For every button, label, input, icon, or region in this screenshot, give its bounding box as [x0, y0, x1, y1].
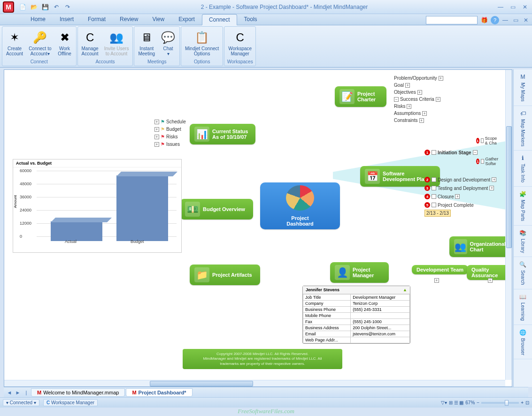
search-input[interactable]: [426, 16, 478, 24]
ribbon-workspace-manager[interactable]: CWorkspace Manager: [225, 28, 254, 59]
sidetab-search[interactable]: 🔍Search: [514, 257, 532, 289]
node-center[interactable]: Project Dashboard: [260, 182, 340, 229]
plan-item[interactable]: 2 Design and Development +: [424, 177, 496, 182]
minimize-button[interactable]: —: [496, 4, 505, 10]
ytick: 24000: [20, 208, 31, 212]
inner-close-button[interactable]: ✕: [522, 17, 530, 23]
view-mode-icons[interactable]: ⊞ ☰ ▦: [449, 400, 464, 405]
charter-item[interactable]: Constraints +: [394, 118, 424, 123]
node-devteam[interactable]: Development Team: [412, 265, 468, 274]
artifacts-label: Project Artifacts: [212, 272, 252, 278]
tab-nav-prev[interactable]: ◄: [6, 390, 13, 395]
expand-qa[interactable]: +: [488, 278, 493, 283]
ytick: 60000: [20, 168, 31, 173]
scrollbar-vertical[interactable]: [505, 70, 512, 380]
zoom-out-icon[interactable]: −: [477, 400, 479, 405]
charter-item[interactable]: Problem/Opportunity +: [394, 76, 443, 81]
charter-item[interactable]: Objectives +: [394, 90, 422, 95]
charter-item[interactable]: Risks +: [394, 104, 411, 109]
zoom-value: 67%: [465, 400, 475, 405]
status-item[interactable]: + ⚑ Budget: [154, 127, 181, 132]
app-icon[interactable]: M: [3, 1, 14, 13]
tab-view[interactable]: View: [145, 14, 171, 25]
gift-icon[interactable]: 🎁: [479, 15, 489, 25]
sidetab-learning[interactable]: 📖Learning: [514, 289, 532, 325]
inner-restore-button[interactable]: ▭: [511, 17, 520, 23]
expand-devteam[interactable]: +: [434, 278, 439, 283]
close-button[interactable]: ✕: [521, 4, 529, 10]
sidetab-my-maps[interactable]: MMy Maps: [514, 69, 532, 106]
zoom-in-icon[interactable]: +: [521, 400, 524, 405]
help-icon[interactable]: ?: [491, 16, 499, 24]
status-item[interactable]: + ⚑ Schedule: [154, 119, 186, 124]
plan-item[interactable]: 3 Testing and Deployment +: [424, 185, 494, 191]
tab-nav-next[interactable]: ►: [14, 390, 22, 395]
charter-item[interactable]: Goal +: [394, 83, 410, 88]
plan-item[interactable]: 5 Project Complete: [424, 202, 474, 208]
money-icon: 💵: [185, 202, 200, 217]
open-icon[interactable]: 📂: [29, 2, 39, 12]
doctab-dashboard[interactable]: M Project Dashboard*: [126, 388, 192, 397]
save-icon[interactable]: 💾: [40, 2, 50, 12]
tab-format[interactable]: Format: [81, 14, 113, 25]
ribbon-work-offline[interactable]: ✖Work Offline: [54, 28, 75, 59]
mind-map-canvas[interactable]: Project Dashboard 📝 Project Charter Prob…: [4, 70, 512, 386]
node-devplan[interactable]: 📅 Software Development Plan: [360, 166, 440, 187]
tab-tools[interactable]: Tools: [237, 14, 264, 25]
sidetab-task-info[interactable]: ℹTask Info: [514, 151, 532, 187]
node-pm[interactable]: 👤 Project Manager: [330, 262, 389, 283]
contact-field: Web Page Addr...: [303, 337, 351, 343]
node-status[interactable]: 📊 Current Status As of 10/10/07: [190, 124, 255, 144]
sidetab-map-parts[interactable]: 🧩Map Parts: [514, 187, 532, 226]
ribbon-label: Work Offline: [58, 46, 71, 56]
scroll-thumb-h[interactable]: [150, 381, 253, 386]
charter-item[interactable]: Assumptions +: [394, 111, 427, 116]
fit-icon[interactable]: ⊡: [525, 400, 529, 405]
tab-connect[interactable]: Connect: [202, 14, 237, 25]
tab-insert[interactable]: Insert: [53, 14, 81, 25]
sidetab-map-markers[interactable]: 🏷Map Markers: [514, 106, 532, 151]
doctab-welcome[interactable]: M Welcome to MindManager.mmap: [31, 388, 125, 397]
zoom-slider[interactable]: [481, 402, 519, 404]
ribbon-instant-meeting[interactable]: 🖥Instant Meeting: [135, 28, 158, 59]
contact-card[interactable]: Jennifer Stevens ▲ Job TitleDevelopment …: [302, 286, 410, 344]
node-charter[interactable]: 📝 Project Charter: [335, 86, 386, 107]
plan-item[interactable]: 1 Initiation Stage −: [424, 150, 478, 155]
status-workspace[interactable]: C Workspace Manager: [43, 399, 98, 406]
tab-export[interactable]: Export: [171, 14, 202, 25]
ribbon-icon: 🖥: [139, 30, 154, 45]
orgchart-label: Organizational Chart: [470, 241, 506, 252]
zoom-thumb[interactable]: [505, 400, 509, 406]
node-budget[interactable]: 💵 Budget Overview: [180, 199, 253, 219]
sidetab-library[interactable]: 📚Library: [514, 226, 532, 257]
collapse-icon[interactable]: ▲: [403, 287, 407, 292]
status-item[interactable]: + ⚑ Issues: [154, 142, 180, 147]
status-item[interactable]: + ⚑ Risks: [154, 134, 177, 139]
maximize-button[interactable]: ▭: [509, 4, 517, 10]
inner-minimize-button[interactable]: —: [501, 17, 509, 23]
filter-icon[interactable]: ▽▾: [441, 400, 447, 405]
charter-item[interactable]: − Success Criteria +: [394, 97, 440, 102]
status-connected[interactable]: ▾ Connected ▾: [3, 399, 39, 406]
charter-label: Project Charter: [357, 91, 376, 102]
plan-item[interactable]: 4 Closure +: [424, 194, 460, 199]
chart-bar: [51, 221, 102, 241]
scroll-thumb-v[interactable]: [506, 126, 512, 248]
node-artifacts[interactable]: 📁 Project Artifacts: [190, 265, 260, 285]
node-orgchart[interactable]: 👥 Organizational Chart: [449, 236, 510, 257]
tab-home[interactable]: Home: [23, 14, 53, 25]
scrollbar-horizontal[interactable]: [4, 380, 505, 386]
tab-review[interactable]: Review: [113, 14, 145, 25]
undo-icon[interactable]: ↶: [52, 2, 61, 12]
contact-value: (555) 245-1000: [351, 319, 410, 325]
side-tabs: MMy Maps🏷Map MarkersℹTask Info🧩Map Parts…: [513, 69, 532, 387]
ribbon-manage-account[interactable]: CManage Account: [79, 28, 101, 59]
new-doc-icon[interactable]: 📄: [18, 2, 27, 12]
redo-icon[interactable]: ↷: [63, 2, 72, 12]
sidetab-browser[interactable]: 🌐Browser: [514, 325, 532, 360]
ribbon-create-account[interactable]: ✶Create Account: [3, 28, 26, 59]
ribbon-group-label: Options: [182, 59, 222, 65]
ribbon-mindjet-connect-options[interactable]: 📋Mindjet Connect Options: [182, 28, 222, 59]
ribbon-chat-[interactable]: 💬Chat ▾: [158, 28, 178, 59]
ribbon-connect-to-account-[interactable]: 🔑Connect to Account▾: [26, 28, 54, 59]
